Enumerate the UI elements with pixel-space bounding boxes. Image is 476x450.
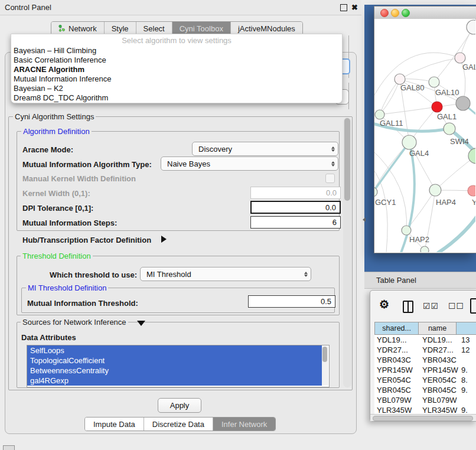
node-red[interactable] bbox=[432, 102, 442, 112]
column-header-name[interactable]: name bbox=[419, 322, 457, 335]
algorithm-option-selected[interactable]: ARACNE Algorithm bbox=[14, 65, 338, 74]
network-view-window[interactable]: GAL GAL80 GAL10 GAL1 GAL11 SWI4 GAL4 GCY… bbox=[374, 6, 476, 253]
table-row[interactable]: YDR27... YDR27... 12 bbox=[374, 345, 476, 355]
table-row[interactable]: YPR145W YPR145W 9. bbox=[374, 365, 476, 375]
cell: YER054C bbox=[422, 375, 457, 385]
tab-discretize-data[interactable]: Discretize Data bbox=[144, 418, 213, 431]
node-hap4[interactable] bbox=[429, 184, 441, 196]
table-row[interactable]: YBR043C YBR043C bbox=[374, 355, 476, 365]
table-row[interactable]: YDL19... YDL19... 13 bbox=[374, 335, 476, 345]
data-attributes-list[interactable]: SelfLoops TopologicalCoefficient Between… bbox=[27, 345, 330, 387]
data-attributes-label: Data Attributes bbox=[21, 333, 76, 342]
table-row[interactable]: YBR045C YBR045C 9. bbox=[374, 385, 476, 395]
table-horizontal-scrollbar-thumb[interactable] bbox=[373, 416, 473, 421]
algorithm-definition-title: Algorithm Definition bbox=[21, 127, 92, 136]
node[interactable] bbox=[468, 148, 475, 164]
gear-icon[interactable]: ⚙ bbox=[379, 298, 389, 311]
hub-section-label[interactable]: Hub/Transcription Factor Definition bbox=[22, 236, 151, 244]
cell: YDL19... bbox=[377, 335, 407, 345]
close-traffic-light-icon[interactable] bbox=[380, 9, 389, 17]
attribute-item-selected[interactable]: BetweennessCentrality bbox=[27, 366, 322, 376]
node-gcy1[interactable] bbox=[374, 187, 377, 197]
manual-kernel-width-checkbox[interactable] bbox=[325, 174, 335, 183]
algorithm-dropdown-popup: Select algorithm to view settings Bayesi… bbox=[11, 34, 343, 103]
which-threshold-value: MI Threshold bbox=[141, 270, 301, 279]
node-gal4[interactable] bbox=[402, 135, 416, 149]
table-header: shared... name bbox=[374, 322, 476, 335]
tab-cyni-toolbox[interactable]: Cyni Toolbox bbox=[172, 22, 231, 35]
tab-select[interactable]: Select bbox=[136, 22, 172, 35]
column-header-shared-name[interactable]: shared... bbox=[374, 322, 419, 335]
node-gray[interactable] bbox=[456, 96, 470, 110]
settings-scrollbar-thumb[interactable] bbox=[344, 118, 350, 201]
sources-title[interactable]: Sources for Network Inference bbox=[21, 318, 128, 327]
aracne-mode-select[interactable]: Discovery bbox=[192, 142, 338, 156]
algorithm-option[interactable]: Bayesian – Hill Climbing bbox=[14, 46, 338, 56]
node-hap2[interactable] bbox=[402, 226, 411, 235]
node[interactable] bbox=[455, 53, 465, 63]
mi-steps-input[interactable]: 6 bbox=[250, 216, 341, 229]
columns-icon[interactable] bbox=[403, 301, 413, 313]
tab-style[interactable]: Style bbox=[105, 22, 136, 35]
algorithm-option[interactable]: Basic Correlation Inference bbox=[14, 56, 338, 65]
table-row[interactable]: YBL079W YBL079W bbox=[374, 395, 476, 405]
attributes-scrollbar-thumb[interactable] bbox=[322, 347, 327, 362]
network-window-titlebar[interactable] bbox=[374, 6, 476, 19]
zoom-traffic-light-icon[interactable] bbox=[402, 9, 410, 17]
collapsed-arrow-icon[interactable] bbox=[161, 236, 167, 243]
attributes-scrollbar[interactable] bbox=[322, 346, 328, 385]
cell: YPR145W bbox=[422, 365, 458, 375]
table-row[interactable]: YER054C YER054C 8. bbox=[374, 375, 476, 385]
resize-grip[interactable] bbox=[3, 445, 15, 450]
tab-impute-data-label: Impute Data bbox=[93, 420, 135, 429]
network-graph bbox=[374, 19, 475, 252]
mi-algorithm-type-value: Naive Bayes bbox=[161, 159, 328, 168]
mi-threshold-label: Mutual Information Threshold: bbox=[27, 299, 138, 308]
cyni-algorithm-settings-title: Cyni Algorithm Settings bbox=[13, 112, 96, 121]
which-threshold-select[interactable]: MI Threshold bbox=[140, 267, 311, 281]
settings-scrollbar[interactable] bbox=[343, 118, 351, 387]
mi-threshold-input[interactable]: 0.5 bbox=[248, 295, 335, 308]
table-row[interactable]: YLR345W YLR345W 9. bbox=[374, 405, 476, 414]
tab-infer-network[interactable]: Infer Network bbox=[213, 418, 275, 431]
dpi-tolerance-label: DPI Tolerance [0,1]: bbox=[22, 204, 93, 213]
network-canvas[interactable]: GAL GAL80 GAL10 GAL1 GAL11 SWI4 GAL4 GCY… bbox=[374, 19, 475, 252]
minimize-traffic-light-icon[interactable] bbox=[391, 9, 399, 17]
threshold-definition-title: Threshold Definition bbox=[21, 252, 93, 260]
float-window-icon[interactable] bbox=[340, 4, 347, 11]
mi-algorithm-type-select[interactable]: Naive Bayes bbox=[161, 156, 338, 171]
kernel-width-value: 0.0 bbox=[326, 188, 337, 197]
cell: YDL19... bbox=[422, 335, 452, 345]
node-gal1[interactable] bbox=[444, 123, 455, 135]
tab-impute-data[interactable]: Impute Data bbox=[85, 418, 144, 431]
expanded-arrow-icon[interactable] bbox=[137, 321, 145, 326]
mi-threshold-value: 0.5 bbox=[321, 297, 331, 306]
tab-jactivemnodules[interactable]: jActiveMNodules bbox=[231, 22, 302, 35]
dropdown-prompt: Select algorithm to view settings bbox=[11, 36, 342, 45]
checked-boxes-icon[interactable]: ☑☑ bbox=[423, 301, 439, 311]
kernel-width-input[interactable]: 0.0 bbox=[250, 187, 341, 199]
unchecked-boxes-icon[interactable]: ☐☐ bbox=[448, 301, 464, 311]
column-header-clipped[interactable] bbox=[457, 322, 476, 335]
mi-steps-value: 6 bbox=[332, 218, 337, 227]
apply-button[interactable]: Apply bbox=[158, 398, 201, 413]
cell: YDR27... bbox=[422, 345, 454, 355]
attribute-item-selected[interactable]: SelfLoops bbox=[27, 345, 322, 356]
attribute-item-selected[interactable]: TopologicalCoefficient bbox=[27, 356, 322, 366]
node[interactable] bbox=[420, 246, 429, 252]
node[interactable] bbox=[467, 20, 475, 34]
algorithm-option[interactable]: Mutual Information Inference bbox=[14, 74, 338, 84]
node-gal11[interactable] bbox=[375, 110, 384, 119]
table-horizontal-scrollbar[interactable] bbox=[370, 414, 476, 421]
algorithm-option[interactable]: Bayesian – K2 bbox=[14, 84, 338, 93]
splitter-collapse-icon[interactable] bbox=[363, 217, 366, 222]
algorithm-option[interactable]: Dream8 DC_TDC Algorithm bbox=[14, 93, 338, 103]
close-icon[interactable]: ✖ bbox=[351, 3, 358, 12]
dpi-tolerance-input[interactable]: 0.0 bbox=[250, 201, 341, 214]
clipped-toolbar-icon[interactable] bbox=[470, 298, 476, 314]
node-gal10[interactable] bbox=[429, 77, 439, 87]
node-salmon[interactable] bbox=[468, 185, 475, 196]
tab-network[interactable]: Network bbox=[51, 22, 105, 35]
attribute-item-selected[interactable]: gal4RGexp bbox=[27, 376, 322, 386]
node-label: Y bbox=[472, 198, 475, 207]
